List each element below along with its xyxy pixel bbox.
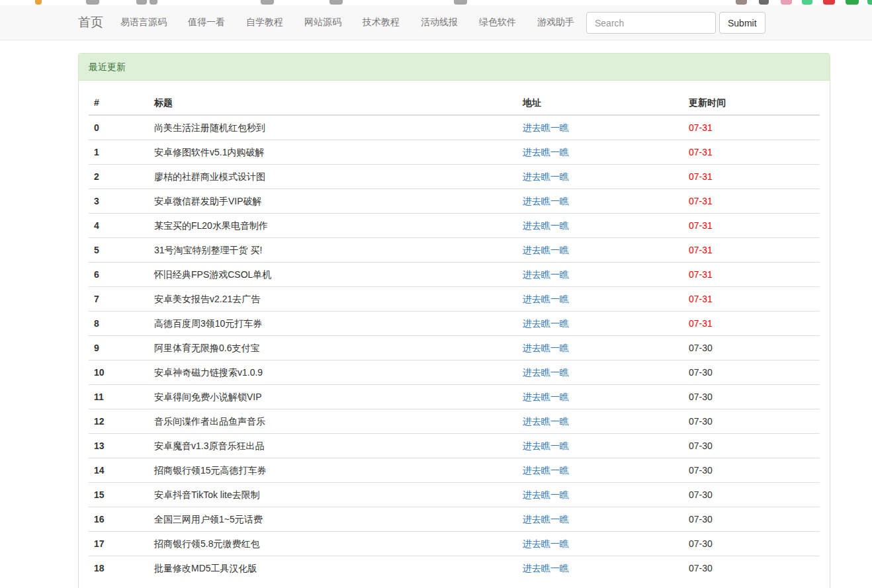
navbar: 首页 易语言源码 值得一看 自学教程 网站源码 技术教程 活动线报 绿色软件 游… (0, 5, 872, 40)
row-date: 07-30 (683, 532, 820, 556)
row-date: 07-30 (683, 409, 820, 434)
table-row: 6 怀旧经典FPS游戏CSOL单机 进去瞧一瞧 07-31 (89, 263, 820, 287)
submit-button[interactable]: Submit (719, 12, 765, 34)
visit-link[interactable]: 进去瞧一瞧 (523, 489, 569, 500)
visit-link[interactable]: 进去瞧一瞧 (523, 245, 569, 255)
row-date: 07-31 (683, 287, 820, 312)
table-row: 14 招商银行领15元高德打车券 进去瞧一瞧 07-30 (89, 458, 820, 483)
bookmark-text-fragment (454, 0, 467, 5)
visit-link[interactable]: 进去瞧一瞧 (523, 269, 569, 280)
bookmark-text-fragment (261, 0, 274, 5)
table-row: 18 批量修改MD5工具汉化版 进去瞧一瞧 07-30 (89, 556, 820, 581)
visit-link[interactable]: 进去瞧一瞧 (523, 465, 569, 476)
updates-table: # 标题 地址 更新时间 0 尚美生活注册随机红包秒到 进去瞧一瞧 07-31 … (89, 91, 820, 580)
row-date: 07-31 (683, 214, 820, 238)
row-title: 招商银行领5.8元缴费红包 (149, 532, 517, 556)
row-date: 07-31 (683, 115, 820, 140)
visit-link[interactable]: 进去瞧一瞧 (523, 563, 569, 573)
table-row: 8 高德百度周3领10元打车券 进去瞧一瞧 07-31 (89, 312, 820, 336)
row-date: 07-31 (683, 165, 820, 189)
row-title: 某宝买的FL20水果电音制作 (149, 214, 517, 238)
browser-strip (0, 0, 872, 5)
search-form: Submit (586, 12, 765, 34)
row-date: 07-31 (683, 238, 820, 263)
row-index: 17 (89, 532, 149, 556)
table-header-row: # 标题 地址 更新时间 (89, 91, 820, 115)
table-row: 13 安卓魔音v1.3原音乐狂出品 进去瞧一瞧 07-30 (89, 434, 820, 458)
row-index: 12 (89, 409, 149, 434)
row-title: 音乐间谍作者出品鱼声音乐 (149, 409, 517, 434)
nav-item-game-helper[interactable]: 游戏助手 (527, 6, 585, 39)
row-date: 07-31 (683, 189, 820, 214)
visit-link[interactable]: 进去瞧一瞧 (523, 514, 569, 525)
table-body: 0 尚美生活注册随机红包秒到 进去瞧一瞧 07-31 1 安卓修图软件v5.1内… (89, 115, 820, 580)
visit-link[interactable]: 进去瞧一瞧 (523, 367, 569, 378)
visit-link[interactable]: 进去瞧一瞧 (523, 392, 569, 402)
bookmark-text-fragment (86, 0, 99, 5)
row-date: 07-31 (683, 140, 820, 165)
bookmark-text-fragment (150, 0, 157, 5)
row-date: 07-30 (683, 556, 820, 581)
recent-updates-panel: 最近更新 # 标题 地址 更新时间 0 尚美生活注册随机红包秒到 进去瞧一瞧 0… (78, 53, 830, 588)
visit-link[interactable]: 进去瞧一瞧 (523, 294, 569, 304)
table-row: 1 安卓修图软件v5.1内购破解 进去瞧一瞧 07-31 (89, 140, 820, 165)
row-date: 07-30 (683, 507, 820, 532)
extension-icon-pink-dots (781, 0, 792, 5)
nav-item-worth-a-look[interactable]: 值得一看 (177, 6, 236, 39)
visit-link[interactable]: 进去瞧一瞧 (523, 343, 569, 353)
nav-item-site-source[interactable]: 网站源码 (294, 6, 352, 39)
row-index: 8 (89, 312, 149, 336)
row-index: 15 (89, 483, 149, 507)
visit-link[interactable]: 进去瞧一瞧 (523, 147, 569, 157)
row-title: 尚美生活注册随机红包秒到 (149, 115, 517, 140)
header-title: 标题 (149, 91, 517, 115)
nav-item-activity-news[interactable]: 活动线报 (410, 6, 468, 39)
row-title: 安卓修图软件v5.1内购破解 (149, 140, 517, 165)
row-index: 10 (89, 360, 149, 385)
row-date: 07-30 (683, 360, 820, 385)
row-title: 31号淘宝特别整理干货 买! (149, 238, 517, 263)
table-row: 4 某宝买的FL20水果电音制作 进去瞧一瞧 07-31 (89, 214, 820, 238)
visit-link[interactable]: 进去瞧一瞧 (523, 538, 569, 549)
row-title: 安卓神奇磁力链搜索v1.0.9 (149, 360, 517, 385)
search-input[interactable] (586, 12, 716, 34)
row-title: 怀旧经典FPS游戏CSOL单机 (149, 263, 517, 287)
table-row: 0 尚美生活注册随机红包秒到 进去瞧一瞧 07-31 (89, 115, 820, 140)
row-title: 安卓美女报告v2.21去广告 (149, 287, 517, 312)
row-index: 18 (89, 556, 149, 581)
row-index: 6 (89, 263, 149, 287)
row-title: 阿里体育无限撸0.6支付宝 (149, 336, 517, 360)
row-date: 07-30 (683, 483, 820, 507)
row-date: 07-31 (683, 263, 820, 287)
row-date: 07-31 (683, 312, 820, 336)
visit-link[interactable]: 进去瞧一瞧 (523, 416, 569, 427)
visit-link[interactable]: 进去瞧一瞧 (523, 220, 569, 231)
row-date: 07-30 (683, 385, 820, 409)
row-date: 07-30 (683, 434, 820, 458)
extension-icon-green-circle (802, 0, 812, 5)
row-title: 安卓抖音TikTok lite去限制 (149, 483, 517, 507)
row-index: 3 (89, 189, 149, 214)
visit-link[interactable]: 进去瞧一瞧 (523, 196, 569, 206)
extension-icon-gray-red (736, 0, 747, 5)
table-row: 15 安卓抖音TikTok lite去限制 进去瞧一瞧 07-30 (89, 483, 820, 507)
header-index: # (89, 91, 149, 115)
row-title: 批量修改MD5工具汉化版 (149, 556, 517, 581)
row-title: 安卓得间免费小说解锁VIP (149, 385, 517, 409)
visit-link[interactable]: 进去瞧一瞧 (523, 122, 569, 133)
nav-item-yuyan-source[interactable]: 易语言源码 (110, 6, 177, 39)
visit-link[interactable]: 进去瞧一瞧 (523, 441, 569, 451)
visit-link[interactable]: 进去瞧一瞧 (523, 171, 569, 182)
bookmark-text-fragment (329, 0, 343, 5)
table-row: 3 安卓微信群发助手VIP破解 进去瞧一瞧 07-31 (89, 189, 820, 214)
table-row: 7 安卓美女报告v2.21去广告 进去瞧一瞧 07-31 (89, 287, 820, 312)
nav-item-green-software[interactable]: 绿色软件 (468, 6, 527, 39)
row-index: 13 (89, 434, 149, 458)
nav-item-self-tutorial[interactable]: 自学教程 (236, 6, 294, 39)
table-row: 10 安卓神奇磁力链搜索v1.0.9 进去瞧一瞧 07-30 (89, 360, 820, 385)
nav-brand-home[interactable]: 首页 (78, 14, 103, 31)
row-index: 1 (89, 140, 149, 165)
table-row: 11 安卓得间免费小说解锁VIP 进去瞧一瞧 07-30 (89, 385, 820, 409)
nav-item-tech-tutorial[interactable]: 技术教程 (352, 6, 410, 39)
visit-link[interactable]: 进去瞧一瞧 (523, 318, 569, 329)
